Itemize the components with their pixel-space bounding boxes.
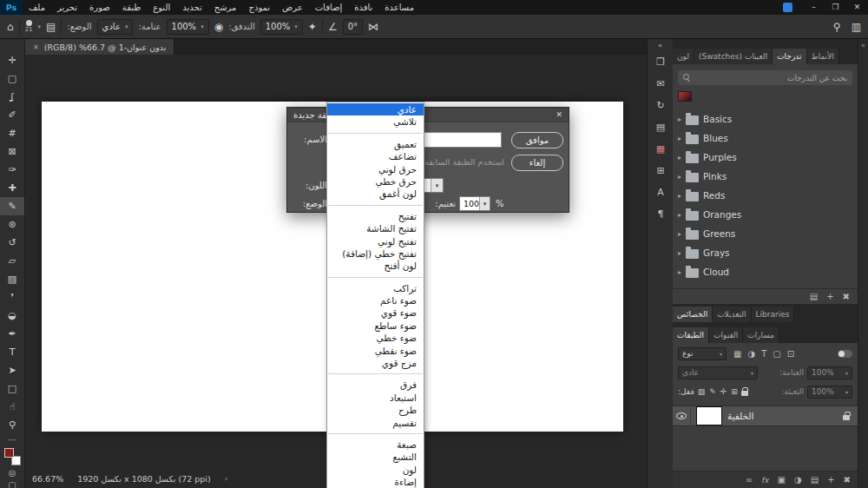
airbrush-icon[interactable]: ✦ bbox=[308, 22, 317, 32]
blend-mode-option[interactable]: تلاشي bbox=[327, 115, 424, 128]
history-brush-tool[interactable]: ↺ bbox=[0, 234, 24, 252]
gradient-folder-row[interactable]: ▸ Grays bbox=[673, 243, 858, 262]
layer-opacity-select[interactable]: 100% ▾ bbox=[807, 366, 852, 379]
opacity-select[interactable]: 100% ▾ bbox=[167, 19, 209, 35]
frame-tool[interactable]: ⊠ bbox=[0, 142, 24, 161]
eyedropper-tool[interactable]: ✑ bbox=[0, 161, 24, 179]
panel-tab[interactable]: تدرجات bbox=[773, 49, 806, 64]
background-layer-row[interactable]: الخلفية bbox=[673, 406, 858, 426]
blend-mode-option[interactable]: تفتيح bbox=[327, 210, 424, 222]
menu-bar-item[interactable]: نموذج bbox=[242, 0, 276, 15]
blend-mode-option[interactable]: تعميق bbox=[327, 138, 424, 150]
move-tool[interactable]: ✛ bbox=[0, 51, 24, 69]
eraser-tool[interactable]: ▱ bbox=[0, 252, 24, 270]
expand-panels-button[interactable]: « bbox=[648, 39, 673, 51]
new-group-icon[interactable]: ▤ bbox=[811, 475, 819, 485]
blend-mode-option[interactable]: حرق خطي bbox=[327, 175, 424, 188]
hand-tool[interactable]: ☝ bbox=[0, 398, 24, 416]
document-tab[interactable]: ✕ بدون عنوان-1 @ 66.7% (RGB/8) bbox=[25, 39, 174, 55]
blend-mode-option[interactable]: تفتيح الشاشة bbox=[327, 222, 424, 234]
crop-tool[interactable]: # bbox=[0, 124, 24, 142]
layer-thumbnail[interactable] bbox=[696, 406, 722, 425]
clone-stamp-tool[interactable]: ⊛ bbox=[0, 215, 24, 234]
brush-angle-select[interactable]: 0° bbox=[343, 19, 363, 35]
blend-mode-option[interactable]: إضاءة bbox=[327, 476, 424, 488]
color-swatches[interactable] bbox=[4, 448, 21, 465]
panel-tab[interactable]: الخصائص bbox=[673, 307, 713, 322]
gradient-folder-row[interactable]: ▸ Blues bbox=[673, 129, 858, 148]
dodge-tool[interactable]: ◒ bbox=[0, 307, 24, 325]
minimize-button[interactable]: – bbox=[803, 0, 825, 15]
chevron-right-icon[interactable]: ▸ bbox=[678, 115, 681, 123]
gradient-folder-row[interactable]: ▸ Reds bbox=[673, 186, 858, 205]
swatches-panel-icon[interactable]: ❒ bbox=[648, 51, 674, 73]
menu-bar-item[interactable]: طبقة bbox=[116, 0, 147, 15]
blend-mode-option[interactable]: تراكب bbox=[327, 282, 424, 294]
home-icon[interactable]: ⌂ bbox=[7, 22, 14, 32]
panel-tab[interactable]: القنوات bbox=[709, 327, 743, 343]
new-layer-icon[interactable]: + bbox=[827, 475, 834, 485]
chevron-down-icon[interactable]: ▾ bbox=[479, 197, 490, 210]
new-gradient-group-icon[interactable]: ▤ bbox=[810, 292, 818, 301]
chevron-right-icon[interactable]: ▸ bbox=[678, 192, 681, 200]
menu-bar-item[interactable]: مرشح bbox=[208, 0, 243, 15]
blend-mode-option[interactable]: تقسيم bbox=[327, 417, 424, 429]
filter-type-layers-icon[interactable]: T bbox=[761, 349, 766, 359]
screen-mode-icon[interactable]: ▢ bbox=[8, 479, 16, 488]
chevron-right-icon[interactable]: ▸ bbox=[678, 230, 681, 238]
chevron-down-icon[interactable]: ▾ bbox=[38, 23, 42, 30]
panel-tab[interactable]: لون bbox=[673, 49, 694, 64]
layer-style-icon[interactable]: fx bbox=[761, 476, 769, 485]
gradient-folder-row[interactable]: ▸ Purples bbox=[673, 148, 858, 167]
blend-mode-option[interactable]: لون أفتح bbox=[327, 260, 424, 272]
quick-selection-tool[interactable]: ✐ bbox=[0, 106, 24, 124]
new-adjustment-layer-icon[interactable]: ◑ bbox=[794, 475, 802, 485]
link-layers-icon[interactable]: ∞ bbox=[746, 475, 753, 485]
delete-layer-icon[interactable]: ✖ bbox=[844, 475, 851, 485]
menu-bar-item[interactable]: تحرير bbox=[51, 0, 83, 15]
blend-mode-option[interactable]: لون أغمق bbox=[327, 188, 424, 200]
close-tab-icon[interactable]: ✕ bbox=[33, 43, 39, 51]
menu-bar-item[interactable]: تحديد bbox=[176, 0, 208, 15]
symmetry-icon[interactable]: ⋈ bbox=[368, 22, 378, 32]
status-chevron-icon[interactable]: › bbox=[225, 474, 228, 483]
menu-bar-item[interactable]: صورة bbox=[83, 0, 116, 15]
blend-mode-option[interactable]: ضوء قوي bbox=[327, 307, 424, 319]
gradient-folder-row[interactable]: ▸ Cloud bbox=[673, 262, 858, 281]
new-gradient-icon[interactable]: + bbox=[826, 292, 833, 301]
panel-tab[interactable]: مسارات bbox=[743, 327, 779, 343]
blend-mode-option[interactable]: فرق bbox=[327, 379, 424, 391]
filter-shape-layers-icon[interactable]: ▢ bbox=[773, 349, 780, 359]
gradient-search-input[interactable]: بحث عن التدرجات bbox=[678, 70, 852, 85]
gradient-folder-row[interactable]: ▸ Pinks bbox=[673, 167, 858, 186]
blend-mode-select[interactable]: عادي ▾ bbox=[97, 19, 134, 35]
ok-button[interactable]: موافق bbox=[511, 132, 563, 148]
zoom-level-field[interactable]: 66.67% bbox=[32, 474, 63, 484]
menu-bar-item[interactable]: النوع bbox=[147, 0, 176, 15]
visibility-cell[interactable] bbox=[673, 406, 691, 426]
blend-mode-option[interactable]: ضوء خطي bbox=[327, 332, 424, 344]
foreground-color-swatch[interactable] bbox=[4, 448, 14, 458]
blend-mode-option[interactable]: طرح bbox=[327, 404, 424, 416]
blend-mode-option[interactable]: تفتيح لوني bbox=[327, 235, 424, 247]
gradient-folder-row[interactable]: ▸ Oranges bbox=[673, 205, 858, 224]
cancel-button[interactable]: إلغاء bbox=[511, 155, 563, 171]
layer-filter-toggle[interactable] bbox=[838, 350, 852, 358]
blend-mode-option[interactable]: حرق لوني bbox=[327, 163, 424, 175]
blend-mode-option[interactable]: ضوء نقطي bbox=[327, 345, 424, 357]
spot-healing-brush-tool[interactable]: ✚ bbox=[0, 179, 24, 197]
lock-image-icon[interactable]: ✎ bbox=[709, 387, 716, 396]
chevron-right-icon[interactable]: ▸ bbox=[678, 268, 681, 276]
blend-mode-option[interactable]: ضوء ناعم bbox=[327, 294, 424, 307]
menu-bar-item[interactable]: نافذة bbox=[348, 0, 378, 15]
menu-bar-item[interactable]: إضافات bbox=[309, 0, 349, 15]
delete-gradient-icon[interactable]: ✖ bbox=[843, 292, 850, 301]
gradients-panel-icon[interactable]: ▤ bbox=[648, 116, 674, 138]
quick-mask-icon[interactable]: ◎ bbox=[9, 467, 16, 479]
panel-tab[interactable]: العينات (Swatches) bbox=[694, 49, 773, 64]
blend-mode-option[interactable]: استبعاد bbox=[327, 392, 424, 404]
pen-tool[interactable]: ✒ bbox=[0, 325, 24, 343]
paragraph-panel-icon[interactable]: ¶ bbox=[648, 203, 674, 225]
workspace-switcher-icon[interactable]: ▥ bbox=[852, 22, 861, 32]
filter-adjustment-layers-icon[interactable]: ◑ bbox=[747, 349, 755, 359]
